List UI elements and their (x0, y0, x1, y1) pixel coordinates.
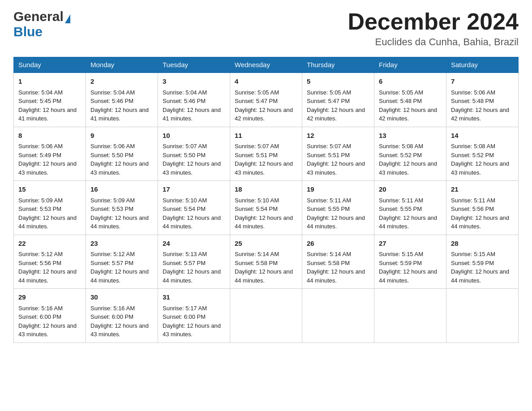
calendar-cell: 29Sunrise: 5:16 AMSunset: 6:00 PMDayligh… (14, 289, 86, 343)
day-number: 19 (307, 184, 369, 195)
calendar-cell: 5Sunrise: 5:05 AMSunset: 5:47 PMDaylight… (302, 73, 374, 127)
day-number: 14 (451, 131, 514, 141)
day-number: 23 (90, 239, 153, 249)
day-number: 16 (90, 184, 153, 195)
col-header-tuesday: Tuesday (158, 57, 230, 73)
calendar-cell: 15Sunrise: 5:09 AMSunset: 5:53 PMDayligh… (14, 181, 86, 235)
day-number: 21 (451, 184, 514, 195)
week-row-3: 15Sunrise: 5:09 AMSunset: 5:53 PMDayligh… (14, 181, 519, 235)
calendar-cell: 21Sunrise: 5:11 AMSunset: 5:56 PMDayligh… (446, 181, 519, 235)
calendar-cell: 13Sunrise: 5:08 AMSunset: 5:52 PMDayligh… (374, 127, 446, 181)
day-number: 28 (451, 239, 514, 249)
day-number: 11 (235, 131, 297, 141)
calendar-cell: 9Sunrise: 5:06 AMSunset: 5:50 PMDaylight… (86, 127, 158, 181)
calendar-cell (446, 289, 519, 343)
logo-general-text: General (13, 9, 64, 24)
day-number: 30 (90, 292, 153, 303)
page-header: General Blue December 2024 Euclides da C… (13, 9, 519, 48)
calendar-cell: 30Sunrise: 5:16 AMSunset: 6:00 PMDayligh… (86, 289, 158, 343)
calendar-cell: 11Sunrise: 5:07 AMSunset: 5:51 PMDayligh… (230, 127, 302, 181)
col-header-wednesday: Wednesday (230, 57, 302, 73)
calendar-cell: 18Sunrise: 5:10 AMSunset: 5:54 PMDayligh… (230, 181, 302, 235)
calendar-cell: 22Sunrise: 5:12 AMSunset: 5:56 PMDayligh… (14, 235, 86, 289)
day-number: 9 (90, 131, 153, 141)
calendar-cell: 6Sunrise: 5:05 AMSunset: 5:48 PMDaylight… (374, 73, 446, 127)
logo: General Blue (13, 9, 70, 39)
day-number: 6 (379, 77, 442, 87)
day-number: 2 (90, 77, 153, 87)
calendar-cell: 4Sunrise: 5:05 AMSunset: 5:47 PMDaylight… (230, 73, 302, 127)
calendar-cell (230, 289, 302, 343)
col-header-saturday: Saturday (446, 57, 519, 73)
calendar-cell: 26Sunrise: 5:14 AMSunset: 5:58 PMDayligh… (302, 235, 374, 289)
calendar-cell (302, 289, 374, 343)
week-row-1: 1Sunrise: 5:04 AMSunset: 5:45 PMDaylight… (14, 73, 519, 127)
day-number: 24 (163, 239, 225, 249)
calendar-cell: 23Sunrise: 5:12 AMSunset: 5:57 PMDayligh… (86, 235, 158, 289)
day-number: 15 (18, 184, 81, 195)
day-number: 17 (163, 184, 225, 195)
day-number: 4 (235, 77, 297, 87)
day-number: 3 (163, 77, 225, 87)
day-number: 31 (163, 292, 225, 303)
day-number: 13 (379, 131, 442, 141)
calendar-cell (374, 289, 446, 343)
week-row-2: 8Sunrise: 5:06 AMSunset: 5:49 PMDaylight… (14, 127, 519, 181)
week-row-4: 22Sunrise: 5:12 AMSunset: 5:56 PMDayligh… (14, 235, 519, 289)
week-row-5: 29Sunrise: 5:16 AMSunset: 6:00 PMDayligh… (14, 289, 519, 343)
title-block: December 2024 Euclides da Cunha, Bahia, … (348, 9, 519, 48)
col-header-thursday: Thursday (302, 57, 374, 73)
day-number: 18 (235, 184, 297, 195)
day-number: 12 (307, 131, 369, 141)
calendar-cell: 1Sunrise: 5:04 AMSunset: 5:45 PMDaylight… (14, 73, 86, 127)
day-number: 7 (451, 77, 514, 87)
calendar-cell: 19Sunrise: 5:11 AMSunset: 5:55 PMDayligh… (302, 181, 374, 235)
day-number: 26 (307, 239, 369, 249)
day-number: 20 (379, 184, 442, 195)
calendar-cell: 17Sunrise: 5:10 AMSunset: 5:54 PMDayligh… (158, 181, 230, 235)
calendar-cell: 25Sunrise: 5:14 AMSunset: 5:58 PMDayligh… (230, 235, 302, 289)
col-header-friday: Friday (374, 57, 446, 73)
calendar-cell: 7Sunrise: 5:06 AMSunset: 5:48 PMDaylight… (446, 73, 519, 127)
day-number: 29 (18, 292, 81, 303)
calendar-cell: 31Sunrise: 5:17 AMSunset: 6:00 PMDayligh… (158, 289, 230, 343)
calendar-cell: 3Sunrise: 5:04 AMSunset: 5:46 PMDaylight… (158, 73, 230, 127)
calendar-cell: 12Sunrise: 5:07 AMSunset: 5:51 PMDayligh… (302, 127, 374, 181)
day-number: 5 (307, 77, 369, 87)
calendar-cell: 27Sunrise: 5:15 AMSunset: 5:59 PMDayligh… (374, 235, 446, 289)
calendar-cell: 8Sunrise: 5:06 AMSunset: 5:49 PMDaylight… (14, 127, 86, 181)
day-number: 10 (163, 131, 225, 141)
logo-blue-text: Blue (13, 24, 43, 39)
calendar-cell: 10Sunrise: 5:07 AMSunset: 5:50 PMDayligh… (158, 127, 230, 181)
day-number: 1 (18, 77, 81, 87)
calendar-cell: 2Sunrise: 5:04 AMSunset: 5:46 PMDaylight… (86, 73, 158, 127)
calendar-cell: 14Sunrise: 5:08 AMSunset: 5:52 PMDayligh… (446, 127, 519, 181)
logo-triangle-icon (65, 14, 70, 23)
calendar-cell: 16Sunrise: 5:09 AMSunset: 5:53 PMDayligh… (86, 181, 158, 235)
location-text: Euclides da Cunha, Bahia, Brazil (348, 36, 519, 48)
calendar-cell: 24Sunrise: 5:13 AMSunset: 5:57 PMDayligh… (158, 235, 230, 289)
calendar-cell: 28Sunrise: 5:15 AMSunset: 5:59 PMDayligh… (446, 235, 519, 289)
day-number: 22 (18, 239, 81, 249)
col-header-sunday: Sunday (14, 57, 86, 73)
col-header-monday: Monday (86, 57, 158, 73)
day-number: 8 (18, 131, 81, 141)
month-title: December 2024 (348, 9, 519, 34)
calendar-cell: 20Sunrise: 5:11 AMSunset: 5:55 PMDayligh… (374, 181, 446, 235)
day-number: 25 (235, 239, 297, 249)
calendar-table: SundayMondayTuesdayWednesdayThursdayFrid… (13, 57, 519, 343)
day-number: 27 (379, 239, 442, 249)
